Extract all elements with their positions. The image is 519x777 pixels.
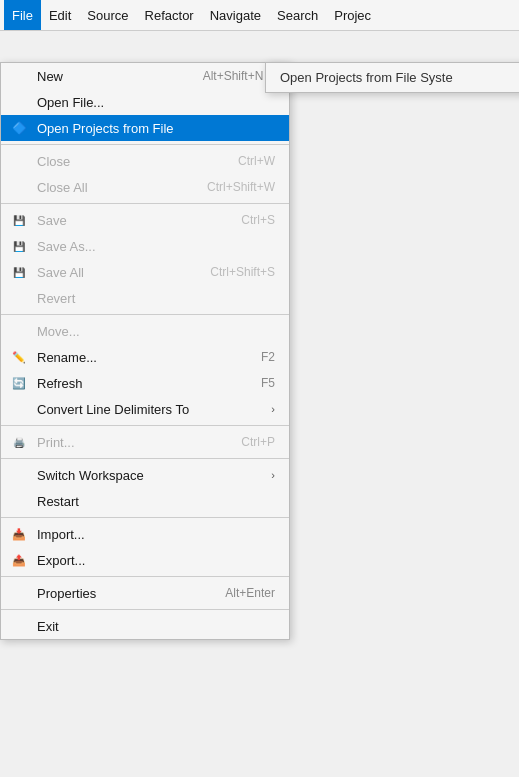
export-icon: 📤 <box>9 550 29 570</box>
submenu-open-projects-filesystem[interactable]: Open Projects from File Syste <box>266 65 519 90</box>
close-all-icon <box>9 177 29 197</box>
separator-5 <box>1 458 289 459</box>
menu-file-switch-workspace-label: Switch Workspace <box>37 468 263 483</box>
menu-item-project[interactable]: Projec <box>326 0 379 30</box>
menu-file-new[interactable]: New Alt+Shift+N › <box>1 63 289 89</box>
menu-file-print-shortcut: Ctrl+P <box>241 435 275 449</box>
menu-file-close-all: Close All Ctrl+Shift+W <box>1 174 289 200</box>
menu-bar: File Edit Source Refactor Navigate Searc… <box>0 0 519 31</box>
menu-file-save-all-label: Save All <box>37 265 190 280</box>
menu-file-open-projects[interactable]: 🔷 Open Projects from File <box>1 115 289 141</box>
menu-file-new-label: New <box>37 69 183 84</box>
save-icon: 💾 <box>9 210 29 230</box>
properties-icon <box>9 583 29 603</box>
switch-workspace-icon <box>9 465 29 485</box>
import-icon: 📥 <box>9 524 29 544</box>
menu-file-close-label: Close <box>37 154 218 169</box>
convert-line-icon <box>9 399 29 419</box>
menu-file-rename[interactable]: ✏️ Rename... F2 <box>1 344 289 370</box>
menu-file-refresh-label: Refresh <box>37 376 241 391</box>
print-icon: 🖨️ <box>9 432 29 452</box>
menu-file-save-as-label: Save As... <box>37 239 275 254</box>
menu-item-source[interactable]: Source <box>79 0 136 30</box>
menu-file-refresh-shortcut: F5 <box>261 376 275 390</box>
menu-file-export[interactable]: 📤 Export... <box>1 547 289 573</box>
separator-4 <box>1 425 289 426</box>
refresh-icon: 🔄 <box>9 373 29 393</box>
menu-item-file[interactable]: File <box>4 0 41 30</box>
restart-icon <box>9 491 29 511</box>
menu-file-revert-label: Revert <box>37 291 275 306</box>
separator-8 <box>1 609 289 610</box>
menu-file-open-label: Open File... <box>37 95 275 110</box>
switch-workspace-arrow-icon: › <box>271 469 275 481</box>
menu-file-properties-shortcut: Alt+Enter <box>225 586 275 600</box>
new-icon <box>9 66 29 86</box>
menu-file-rename-shortcut: F2 <box>261 350 275 364</box>
menu-file-switch-workspace[interactable]: Switch Workspace › <box>1 462 289 488</box>
menu-file-exit[interactable]: Exit <box>1 613 289 639</box>
menu-file-print-label: Print... <box>37 435 221 450</box>
save-all-icon: 💾 <box>9 262 29 282</box>
separator-7 <box>1 576 289 577</box>
menu-file-convert-line[interactable]: Convert Line Delimiters To › <box>1 396 289 422</box>
menu-file-close-all-label: Close All <box>37 180 187 195</box>
menu-file-move: Move... <box>1 318 289 344</box>
menu-file-import[interactable]: 📥 Import... <box>1 521 289 547</box>
file-dropdown-menu: New Alt+Shift+N › Open File... 🔷 Open Pr… <box>0 62 290 640</box>
menu-file-save-as: 💾 Save As... <box>1 233 289 259</box>
menu-file-import-label: Import... <box>37 527 275 542</box>
menu-item-search[interactable]: Search <box>269 0 326 30</box>
convert-arrow-icon: › <box>271 403 275 415</box>
menu-item-edit[interactable]: Edit <box>41 0 79 30</box>
menu-file-close-all-shortcut: Ctrl+Shift+W <box>207 180 275 194</box>
menu-file-revert: Revert <box>1 285 289 311</box>
menu-file-move-label: Move... <box>37 324 275 339</box>
menu-file-close-shortcut: Ctrl+W <box>238 154 275 168</box>
menu-file-open[interactable]: Open File... <box>1 89 289 115</box>
save-as-icon: 💾 <box>9 236 29 256</box>
menu-item-refactor[interactable]: Refactor <box>137 0 202 30</box>
separator-3 <box>1 314 289 315</box>
menu-file-close: Close Ctrl+W <box>1 148 289 174</box>
move-icon <box>9 321 29 341</box>
menu-file-open-projects-label: Open Projects from File <box>37 121 275 136</box>
menu-file-save-shortcut: Ctrl+S <box>241 213 275 227</box>
separator-2 <box>1 203 289 204</box>
menu-file-print: 🖨️ Print... Ctrl+P <box>1 429 289 455</box>
menu-file-refresh[interactable]: 🔄 Refresh F5 <box>1 370 289 396</box>
separator-1 <box>1 144 289 145</box>
open-projects-icon: 🔷 <box>9 118 29 138</box>
menu-file-save: 💾 Save Ctrl+S <box>1 207 289 233</box>
menu-file-save-label: Save <box>37 213 221 228</box>
menu-file-exit-label: Exit <box>37 619 275 634</box>
menu-file-properties[interactable]: Properties Alt+Enter <box>1 580 289 606</box>
menu-file-restart-label: Restart <box>37 494 275 509</box>
menu-file-new-shortcut: Alt+Shift+N <box>203 69 264 83</box>
separator-6 <box>1 517 289 518</box>
menu-file-rename-label: Rename... <box>37 350 241 365</box>
menu-file-save-all: 💾 Save All Ctrl+Shift+S <box>1 259 289 285</box>
revert-icon <box>9 288 29 308</box>
open-projects-submenu: Open Projects from File Syste <box>265 62 519 93</box>
menu-file-properties-label: Properties <box>37 586 205 601</box>
menu-file-convert-line-label: Convert Line Delimiters To <box>37 402 263 417</box>
menu-item-navigate[interactable]: Navigate <box>202 0 269 30</box>
menu-file-export-label: Export... <box>37 553 275 568</box>
close-icon <box>9 151 29 171</box>
open-icon <box>9 92 29 112</box>
menu-file-restart[interactable]: Restart <box>1 488 289 514</box>
menu-file-save-all-shortcut: Ctrl+Shift+S <box>210 265 275 279</box>
exit-icon <box>9 616 29 636</box>
rename-icon: ✏️ <box>9 347 29 367</box>
